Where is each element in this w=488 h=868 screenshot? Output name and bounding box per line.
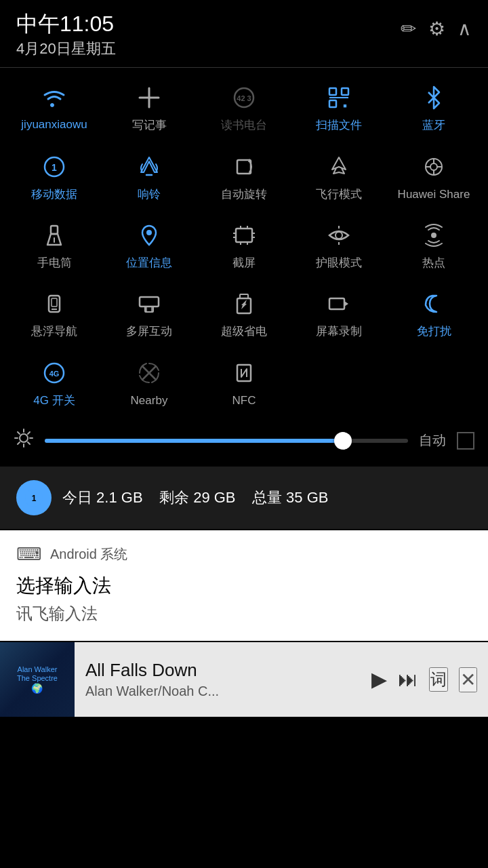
svg-point-52: [20, 434, 28, 442]
status-divider: [0, 67, 488, 68]
svg-point-34: [336, 232, 342, 239]
quick-item-scan[interactable]: ■ 扫描文件: [291, 75, 386, 143]
quick-item-nearby[interactable]: Nearby: [102, 350, 197, 418]
data-remaining: 剩余 29 GB: [159, 489, 235, 506]
data-today: 今日 2.1 GB: [62, 489, 143, 506]
quick-item-4g[interactable]: 4G 4G 开关: [7, 350, 102, 418]
quick-item-screenshot[interactable]: 截屏: [197, 212, 291, 281]
dnd-label: 免打扰: [417, 325, 451, 338]
radio-icon: 42 3: [232, 85, 256, 113]
svg-rect-5: [342, 88, 348, 95]
hotspot-icon: [422, 223, 446, 251]
screenrecord-icon: [327, 292, 351, 319]
data-total: 总量 35 GB: [252, 489, 328, 506]
svg-rect-4: [329, 88, 336, 95]
location-label: 位置信息: [126, 256, 172, 270]
svg-point-16: [430, 163, 437, 170]
nearby-icon: [137, 361, 161, 389]
rotate-icon: [232, 155, 256, 182]
eyecare-label: 护眼模式: [316, 256, 362, 270]
scan-label: 扫描文件: [316, 119, 362, 132]
status-bar: 中午11:05 4月20日星期五 ✏ ⚙ ∧: [0, 0, 488, 67]
svg-line-58: [28, 442, 30, 444]
quick-item-flashlight[interactable]: 手电筒: [7, 212, 102, 281]
data-usage-text: 今日 2.1 GB 剩余 29 GB 总量 35 GB: [62, 488, 472, 508]
data-carrier-icon: 1: [16, 480, 52, 515]
huawei-icon: [422, 155, 446, 182]
quick-item-ring[interactable]: 响铃: [102, 144, 197, 212]
svg-text:■: ■: [343, 102, 346, 109]
wifi-label: jiyuanxiaowu: [21, 118, 87, 132]
android-notif-header: ⌨ Android 系统: [16, 544, 472, 565]
svg-rect-6: [329, 100, 336, 107]
brightness-slider[interactable]: [45, 439, 408, 443]
hotspot-label: 热点: [422, 256, 445, 270]
quick-item-nfc[interactable]: NFC: [197, 350, 291, 418]
quick-item-screenrecord[interactable]: 屏幕录制: [291, 281, 386, 349]
quick-item-airplane[interactable]: 飞行模式: [291, 144, 386, 212]
svg-rect-40: [52, 298, 57, 307]
quick-item-floating[interactable]: 悬浮导航: [7, 281, 102, 349]
note-icon: [137, 85, 161, 113]
collapse-icon[interactable]: ∧: [458, 18, 472, 40]
dnd-icon: [422, 292, 446, 319]
svg-line-57: [18, 432, 20, 434]
ring-label: 响铃: [138, 188, 161, 201]
data-usage-card[interactable]: 1 今日 2.1 GB 剩余 29 GB 总量 35 GB: [0, 467, 488, 529]
music-close-button[interactable]: ✕: [459, 667, 477, 692]
nearby-label: Nearby: [131, 394, 168, 408]
settings-icon[interactable]: ⚙: [428, 18, 445, 40]
quick-item-hotspot[interactable]: 热点: [386, 212, 481, 281]
quick-item-radio[interactable]: 42 3 读书电台: [197, 75, 291, 143]
quick-item-rotate[interactable]: 自动旋转: [197, 144, 291, 212]
supersave-label: 超级省电: [221, 325, 267, 338]
mobiledata-icon: 1: [42, 155, 66, 182]
music-lyrics-button[interactable]: 词: [429, 667, 448, 692]
svg-marker-11: [141, 157, 157, 172]
notification-section: 1 今日 2.1 GB 剩余 29 GB 总量 35 GB ⌨ Android …: [0, 467, 488, 717]
multiscreen-label: 多屏互动: [126, 325, 172, 338]
brightness-thumb: [334, 432, 352, 450]
quick-item-eyecare[interactable]: 护眼模式: [291, 212, 386, 281]
status-icons: ✏ ⚙ ∧: [401, 12, 472, 40]
screenshot-icon: [232, 223, 256, 251]
status-date: 4月20日星期五: [16, 39, 116, 59]
svg-text:4G: 4G: [49, 370, 60, 378]
supersave-icon: [232, 292, 256, 319]
quick-item-supersave[interactable]: 超级省电: [197, 281, 291, 349]
note-label: 写记事: [132, 119, 167, 132]
music-next-button[interactable]: ⏭: [398, 669, 418, 690]
svg-point-24: [146, 230, 152, 235]
android-system-card[interactable]: ⌨ Android 系统 选择输入法 讯飞输入法: [0, 530, 488, 641]
bluetooth-icon: [422, 85, 446, 113]
flashlight-icon: [42, 223, 66, 251]
airplane-icon: [327, 155, 351, 182]
nfc-label: NFC: [232, 394, 256, 408]
music-play-button[interactable]: ▶: [371, 669, 387, 690]
huawei-label: Huawei Share: [398, 188, 470, 201]
android-system-label: Android 系统: [50, 545, 128, 564]
music-thumb-line2: The Spectre: [17, 674, 58, 683]
svg-rect-25: [236, 229, 252, 242]
quick-item-note[interactable]: 写记事: [102, 75, 197, 143]
edit-icon[interactable]: ✏: [401, 18, 416, 40]
airplane-label: 飞行模式: [316, 188, 362, 201]
brightness-auto-label: 自动: [419, 431, 446, 450]
svg-line-60: [18, 442, 20, 444]
quick-item-mobiledata[interactable]: 1 移动数据: [7, 144, 102, 212]
radio-label: 读书电台: [221, 119, 267, 132]
screenrecord-label: 屏幕录制: [316, 325, 362, 338]
quick-item-huawei[interactable]: Huawei Share: [386, 144, 481, 212]
android-notif-title: 选择输入法: [16, 573, 472, 599]
quick-item-multiscreen[interactable]: 多屏互动: [102, 281, 197, 349]
svg-text:1: 1: [32, 494, 37, 503]
brightness-auto-checkbox[interactable]: [457, 432, 474, 450]
mobiledata-label: 移动数据: [31, 188, 77, 201]
quick-item-bluetooth[interactable]: 蓝牙: [386, 75, 481, 143]
eyecare-icon: [327, 223, 351, 251]
quick-item-dnd[interactable]: 免打扰: [386, 281, 481, 349]
quick-item-location[interactable]: 位置信息: [102, 212, 197, 281]
quick-item-wifi[interactable]: jiyuanxiaowu: [7, 75, 102, 143]
brightness-fill: [45, 439, 343, 443]
svg-rect-41: [140, 297, 159, 307]
